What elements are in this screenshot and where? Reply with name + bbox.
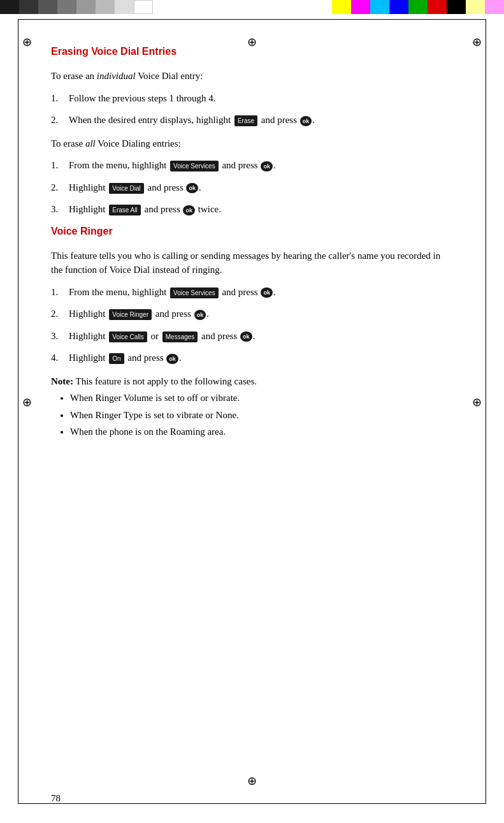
color-seg-7 [115,0,134,14]
note-bullet-1: When Ringer Volume is set to off or vibr… [70,391,453,405]
step-num: 2. [51,113,69,127]
step-num: 2. [51,180,69,195]
step-item: 2. Highlight Voice Ringer and press ok. [51,307,453,321]
erase-individual-text-1: To erase an [51,71,97,81]
reg-mark-bc: ⊕ [247,774,257,788]
note-text: This feature is not apply to the followi… [75,376,257,386]
color-seg-blue [389,0,408,14]
color-bar [0,0,504,14]
erase-all-text-2: Voice Dialing entries: [96,138,181,149]
step-item: 1. From the menu, highlight Voice Servic… [51,158,453,173]
erase-individual-text-2: Voice Dial entry: [136,71,203,81]
step-num: 1. [51,158,69,173]
step-text: Highlight Voice Dial and press ok. [69,180,453,195]
step-text: From the menu, highlight Voice Services … [69,158,453,173]
step-text: Follow the previous steps 1 through 4. [69,91,453,106]
step-num: 1. [51,285,69,300]
on-btn: On [109,353,124,364]
color-seg-lt-yellow [466,0,485,14]
color-seg-black2 [447,0,466,14]
ok-button-icon: ok [240,331,252,342]
step-item: 1. From the menu, highlight Voice Servic… [51,285,453,300]
ok-button-icon: ok [261,161,273,171]
step-num: 3. [51,329,69,344]
step-item: 2. Highlight Voice Dial and press ok. [51,180,453,195]
color-seg-red [428,0,447,14]
note-section: Note: This feature is not apply to the f… [51,374,453,439]
color-seg-cyan [370,0,389,14]
color-seg-8 [134,0,153,14]
color-seg-4 [57,0,76,14]
erasing-all-steps: 1. From the menu, highlight Voice Servic… [51,158,453,217]
voice-ringer-title: Voice Ringer [51,226,453,237]
step-num: 4. [51,351,69,365]
ok-button-icon: ok [186,183,198,193]
erasing-all-intro: To erase all Voice Dialing entries: [51,136,453,151]
page-content: Erasing Voice Dial Entries To erase an i… [0,14,504,467]
note-prefix: Note: [51,376,75,386]
note-bullet-3: When the phone is on the Roaming area. [70,425,453,439]
step-num: 1. [51,91,69,106]
color-seg-3 [38,0,57,14]
color-seg-gap [153,0,331,14]
voice-ringer-steps: 1. From the menu, highlight Voice Servic… [51,285,453,365]
erase-all-italic: all [85,138,96,149]
erase-all-btn: Erase All [109,205,140,215]
step-text: Highlight Voice Ringer and press ok. [69,307,453,321]
note-bullet-2: When Ringer Type is set to vibrate or No… [70,408,453,423]
ok-button-icon: ok [166,354,178,364]
ok-button-icon: ok [300,116,312,126]
erase-btn-label: Erase [234,115,257,126]
color-seg-2 [19,0,38,14]
erasing-title: Erasing Voice Dial Entries [51,46,453,57]
step-item: 4. Highlight On and press ok. [51,351,453,365]
voice-ringer-intro: This feature tells you who is calling or… [51,249,453,277]
ok-button-icon: ok [194,310,206,320]
note-bullets: When Ringer Volume is set to off or vibr… [70,391,453,439]
color-seg-5 [76,0,96,14]
color-seg-6 [96,0,115,14]
page-number: 78 [51,793,61,804]
step-text: From the menu, highlight Voice Services … [69,285,453,300]
bottom-line [18,803,486,804]
step-item: 2. When the desired entry displays, high… [51,113,453,127]
voice-ringer-btn: Voice Ringer [109,309,152,320]
voice-services-btn-2: Voice Services [170,288,219,298]
step-item: 1. Follow the previous steps 1 through 4… [51,91,453,106]
voice-services-btn: Voice Services [170,161,219,171]
color-seg-green [408,0,428,14]
color-seg-lt-magenta [485,0,504,14]
erase-individual-italic: individual [97,71,136,81]
ok-button-icon: ok [261,288,273,298]
messages-btn: Messages [162,331,198,342]
color-seg-magenta [351,0,370,14]
step-num: 2. [51,307,69,321]
step-text: Highlight Erase All and press ok twice. [69,202,453,217]
erasing-individual-intro: To erase an individual Voice Dial entry: [51,69,453,84]
ok-button-icon: ok [183,205,195,215]
erasing-individual-steps: 1. Follow the previous steps 1 through 4… [51,91,453,127]
voice-dial-btn: Voice Dial [109,183,143,194]
step-text: When the desired entry displays, highlig… [69,113,453,127]
step-text: Highlight On and press ok. [69,351,453,365]
step-item: 3. Highlight Voice Calls or Messages and… [51,329,453,344]
color-seg-yellow [332,0,351,14]
erase-all-text-1: To erase [51,138,85,149]
voice-calls-btn: Voice Calls [109,331,147,342]
color-seg-1 [0,0,19,14]
step-item: 3. Highlight Erase All and press ok twic… [51,202,453,217]
step-num: 3. [51,202,69,217]
step-text: Highlight Voice Calls or Messages and pr… [69,329,453,344]
